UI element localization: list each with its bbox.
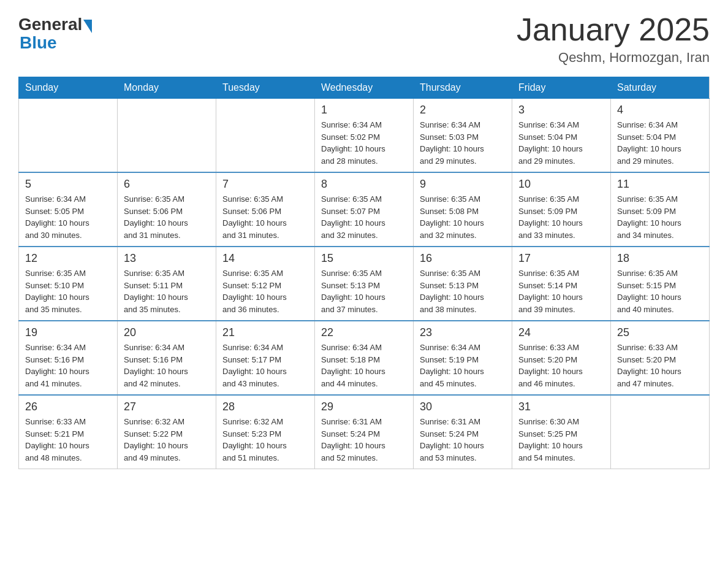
- calendar-day-cell: 31Sunrise: 6:30 AMSunset: 5:25 PMDayligh…: [512, 395, 611, 469]
- calendar-day-cell: 7Sunrise: 6:35 AMSunset: 5:06 PMDaylight…: [216, 172, 315, 247]
- calendar-day-cell: 12Sunrise: 6:35 AMSunset: 5:10 PMDayligh…: [19, 247, 118, 321]
- month-year-title: January 2025: [517, 12, 710, 47]
- day-number: 11: [617, 178, 703, 191]
- day-of-week-header: Sunday: [19, 77, 118, 99]
- day-of-week-header: Saturday: [611, 77, 710, 99]
- day-info: Sunrise: 6:35 AMSunset: 5:09 PMDaylight:…: [518, 193, 604, 241]
- calendar-day-cell: [118, 99, 216, 173]
- calendar-day-cell: 27Sunrise: 6:32 AMSunset: 5:22 PMDayligh…: [118, 395, 216, 469]
- day-number: 8: [321, 178, 407, 191]
- day-number: 4: [617, 104, 703, 117]
- calendar-day-cell: 28Sunrise: 6:32 AMSunset: 5:23 PMDayligh…: [216, 395, 315, 469]
- day-info: Sunrise: 6:35 AMSunset: 5:06 PMDaylight:…: [222, 193, 308, 241]
- day-number: 2: [420, 104, 506, 117]
- day-number: 14: [222, 252, 308, 265]
- calendar-day-cell: 30Sunrise: 6:31 AMSunset: 5:24 PMDayligh…: [414, 395, 512, 469]
- day-info: Sunrise: 6:34 AMSunset: 5:04 PMDaylight:…: [617, 119, 703, 167]
- day-info: Sunrise: 6:33 AMSunset: 5:20 PMDaylight:…: [518, 342, 604, 389]
- day-info: Sunrise: 6:34 AMSunset: 5:02 PMDaylight:…: [321, 119, 407, 167]
- calendar-day-cell: 19Sunrise: 6:34 AMSunset: 5:16 PMDayligh…: [19, 321, 118, 395]
- day-info: Sunrise: 6:35 AMSunset: 5:14 PMDaylight:…: [518, 267, 604, 315]
- day-info: Sunrise: 6:35 AMSunset: 5:08 PMDaylight:…: [420, 193, 506, 241]
- day-number: 13: [124, 252, 210, 265]
- logo-blue-text: Blue: [20, 33, 57, 52]
- calendar-day-cell: 29Sunrise: 6:31 AMSunset: 5:24 PMDayligh…: [315, 395, 414, 469]
- day-number: 20: [124, 326, 210, 339]
- day-info: Sunrise: 6:34 AMSunset: 5:19 PMDaylight:…: [420, 342, 506, 389]
- calendar-day-cell: [611, 395, 710, 469]
- day-number: 15: [321, 252, 407, 265]
- calendar-day-cell: [216, 99, 315, 173]
- day-number: 17: [518, 252, 604, 265]
- day-info: Sunrise: 6:35 AMSunset: 5:06 PMDaylight:…: [124, 193, 210, 241]
- day-info: Sunrise: 6:32 AMSunset: 5:23 PMDaylight:…: [222, 416, 308, 464]
- title-area: January 2025 Qeshm, Hormozgan, Iran: [517, 12, 710, 66]
- day-number: 12: [25, 252, 111, 265]
- day-info: Sunrise: 6:32 AMSunset: 5:22 PMDaylight:…: [124, 416, 210, 464]
- days-of-week-row: SundayMondayTuesdayWednesdayThursdayFrid…: [19, 77, 710, 99]
- day-number: 28: [222, 400, 308, 413]
- calendar-day-cell: 5Sunrise: 6:34 AMSunset: 5:05 PMDaylight…: [19, 172, 118, 247]
- calendar-day-cell: 17Sunrise: 6:35 AMSunset: 5:14 PMDayligh…: [512, 247, 611, 321]
- calendar-day-cell: 8Sunrise: 6:35 AMSunset: 5:07 PMDaylight…: [315, 172, 414, 247]
- day-info: Sunrise: 6:34 AMSunset: 5:18 PMDaylight:…: [321, 342, 407, 389]
- day-info: Sunrise: 6:31 AMSunset: 5:24 PMDaylight:…: [321, 416, 407, 464]
- day-info: Sunrise: 6:31 AMSunset: 5:24 PMDaylight:…: [420, 416, 506, 464]
- day-number: 5: [25, 178, 111, 191]
- calendar-day-cell: 10Sunrise: 6:35 AMSunset: 5:09 PMDayligh…: [512, 172, 611, 247]
- logo-general-text: General: [18, 16, 82, 33]
- day-number: 3: [518, 104, 604, 117]
- calendar-day-cell: 25Sunrise: 6:33 AMSunset: 5:20 PMDayligh…: [611, 321, 710, 395]
- calendar-day-cell: 3Sunrise: 6:34 AMSunset: 5:04 PMDaylight…: [512, 99, 611, 173]
- day-info: Sunrise: 6:34 AMSunset: 5:16 PMDaylight:…: [25, 342, 111, 389]
- calendar-day-cell: 21Sunrise: 6:34 AMSunset: 5:17 PMDayligh…: [216, 321, 315, 395]
- day-number: 26: [25, 400, 111, 413]
- calendar-week-row: 5Sunrise: 6:34 AMSunset: 5:05 PMDaylight…: [19, 172, 710, 247]
- calendar-day-cell: 20Sunrise: 6:34 AMSunset: 5:16 PMDayligh…: [118, 321, 216, 395]
- day-number: 31: [518, 400, 604, 413]
- day-number: 25: [617, 326, 703, 339]
- calendar-day-cell: 9Sunrise: 6:35 AMSunset: 5:08 PMDaylight…: [414, 172, 512, 247]
- day-info: Sunrise: 6:35 AMSunset: 5:13 PMDaylight:…: [321, 267, 407, 315]
- day-info: Sunrise: 6:34 AMSunset: 5:03 PMDaylight:…: [420, 119, 506, 167]
- day-info: Sunrise: 6:35 AMSunset: 5:07 PMDaylight:…: [321, 193, 407, 241]
- day-number: 10: [518, 178, 604, 191]
- day-info: Sunrise: 6:33 AMSunset: 5:20 PMDaylight:…: [617, 342, 703, 389]
- calendar-day-cell: 26Sunrise: 6:33 AMSunset: 5:21 PMDayligh…: [19, 395, 118, 469]
- day-number: 21: [222, 326, 308, 339]
- calendar-day-cell: 18Sunrise: 6:35 AMSunset: 5:15 PMDayligh…: [611, 247, 710, 321]
- day-info: Sunrise: 6:35 AMSunset: 5:09 PMDaylight:…: [617, 193, 703, 241]
- day-number: 24: [518, 326, 604, 339]
- day-of-week-header: Thursday: [414, 77, 512, 99]
- calendar-day-cell: 2Sunrise: 6:34 AMSunset: 5:03 PMDaylight…: [414, 99, 512, 173]
- day-of-week-header: Monday: [118, 77, 216, 99]
- day-number: 23: [420, 326, 506, 339]
- day-number: 7: [222, 178, 308, 191]
- logo-triangle-icon: [83, 20, 92, 33]
- day-number: 29: [321, 400, 407, 413]
- day-info: Sunrise: 6:30 AMSunset: 5:25 PMDaylight:…: [518, 416, 604, 464]
- page-header: General Blue January 2025 Qeshm, Hormozg…: [18, 12, 710, 66]
- day-number: 19: [25, 326, 111, 339]
- calendar-day-cell: 16Sunrise: 6:35 AMSunset: 5:13 PMDayligh…: [414, 247, 512, 321]
- day-of-week-header: Tuesday: [216, 77, 315, 99]
- day-info: Sunrise: 6:35 AMSunset: 5:12 PMDaylight:…: [222, 267, 308, 315]
- calendar-day-cell: 23Sunrise: 6:34 AMSunset: 5:19 PMDayligh…: [414, 321, 512, 395]
- day-info: Sunrise: 6:35 AMSunset: 5:11 PMDaylight:…: [124, 267, 210, 315]
- calendar-day-cell: 15Sunrise: 6:35 AMSunset: 5:13 PMDayligh…: [315, 247, 414, 321]
- day-number: 22: [321, 326, 407, 339]
- day-info: Sunrise: 6:35 AMSunset: 5:15 PMDaylight:…: [617, 267, 703, 315]
- day-info: Sunrise: 6:35 AMSunset: 5:13 PMDaylight:…: [420, 267, 506, 315]
- calendar-day-cell: [19, 99, 118, 173]
- day-number: 6: [124, 178, 210, 191]
- day-info: Sunrise: 6:34 AMSunset: 5:16 PMDaylight:…: [124, 342, 210, 389]
- day-info: Sunrise: 6:35 AMSunset: 5:10 PMDaylight:…: [25, 267, 111, 315]
- day-number: 1: [321, 104, 407, 117]
- day-info: Sunrise: 6:34 AMSunset: 5:17 PMDaylight:…: [222, 342, 308, 389]
- day-info: Sunrise: 6:33 AMSunset: 5:21 PMDaylight:…: [25, 416, 111, 464]
- calendar-table: SundayMondayTuesdayWednesdayThursdayFrid…: [18, 77, 710, 469]
- calendar-week-row: 19Sunrise: 6:34 AMSunset: 5:16 PMDayligh…: [19, 321, 710, 395]
- day-number: 9: [420, 178, 506, 191]
- calendar-day-cell: 13Sunrise: 6:35 AMSunset: 5:11 PMDayligh…: [118, 247, 216, 321]
- calendar-week-row: 26Sunrise: 6:33 AMSunset: 5:21 PMDayligh…: [19, 395, 710, 469]
